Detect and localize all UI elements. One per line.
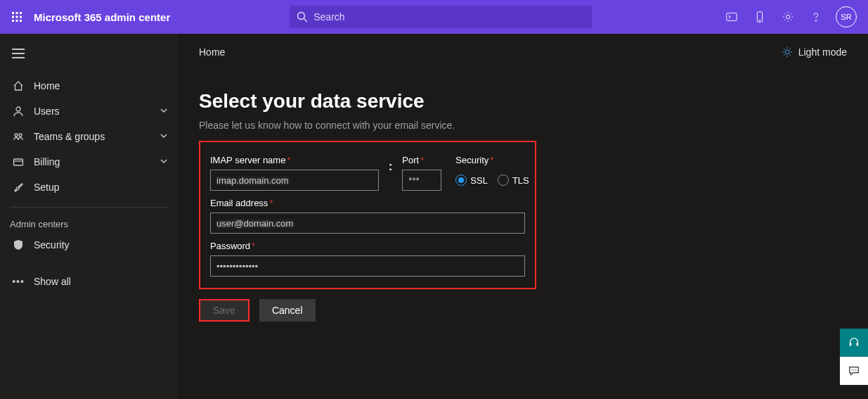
svg-rect-1 [16,12,18,14]
svg-rect-31 [857,343,859,346]
home-icon [10,80,27,91]
svg-point-33 [853,369,854,370]
chevron-down-icon [160,131,168,142]
sidebar-item-label: Users [34,106,60,117]
shell-icon[interactable] [718,0,746,34]
svg-point-32 [852,369,853,370]
svg-point-14 [786,15,789,18]
svg-point-18 [19,134,22,137]
sidebar-item-users[interactable]: Users [0,99,178,124]
sidebar-item-label: Show all [34,276,71,287]
password-input[interactable] [210,255,525,277]
user-icon [10,106,27,117]
svg-point-13 [759,20,760,21]
sidebar-section-header: Admin centers [0,215,178,232]
svg-point-15 [815,20,816,21]
svg-line-29 [784,55,785,56]
help-icon[interactable] [802,0,830,34]
colon-separator: : [389,160,392,173]
page-title: Select your data service [199,90,847,113]
svg-rect-11 [727,13,737,21]
main-content: Home Light mode Select your data service… [178,34,868,399]
cancel-button[interactable]: Cancel [259,299,316,322]
feedback-chat-icon[interactable] [840,357,868,385]
svg-rect-3 [12,16,14,18]
email-input[interactable] [210,213,525,234]
setup-icon [10,182,27,193]
chevron-down-icon [160,156,168,167]
svg-rect-30 [850,343,852,346]
search-input[interactable] [313,11,585,23]
email-label: Email address* [210,198,525,208]
breadcrumb[interactable]: Home [199,46,847,58]
light-mode-toggle[interactable]: Light mode [782,46,847,58]
port-input[interactable] [402,170,441,191]
brand-title: Microsoft 365 admin center [34,11,170,23]
imap-label: IMAP server name* [210,155,379,165]
sidebar-item-billing[interactable]: Billing [0,149,178,175]
mobile-icon[interactable] [746,0,774,34]
sidebar-item-security[interactable]: Security [0,232,178,258]
svg-point-9 [298,13,305,20]
imap-input[interactable] [210,170,379,191]
svg-point-16 [16,107,20,111]
light-mode-label: Light mode [798,46,847,58]
billing-icon [10,156,27,167]
security-label: Security* [455,155,529,165]
svg-rect-4 [16,16,18,18]
svg-point-17 [15,134,18,137]
radio-tls[interactable]: TLS [498,175,529,186]
chevron-down-icon [160,106,168,117]
sidebar-item-label: Home [34,80,60,91]
sidebar-item-label: Billing [34,156,60,167]
form-highlight-box: IMAP server name* : Port* Security* SSL [199,141,536,289]
svg-line-10 [304,19,308,23]
radio-ssl[interactable]: SSL [455,175,488,186]
menu-toggle-icon[interactable] [4,41,32,66]
svg-rect-0 [12,12,14,14]
top-bar: Microsoft 365 admin center SR [0,0,868,34]
sidebar-item-show-all[interactable]: ••• Show all [0,269,178,294]
settings-icon[interactable] [774,0,802,34]
sidebar-item-setup[interactable]: Setup [0,175,178,200]
svg-rect-19 [14,159,23,165]
sidebar: Home Users Teams & groups Billing Setup … [0,34,178,399]
svg-rect-6 [12,20,14,22]
sun-icon [782,46,793,58]
app-launcher-icon[interactable] [6,6,28,28]
svg-rect-7 [16,20,18,22]
svg-rect-8 [20,20,22,22]
ellipsis-icon: ••• [10,276,27,287]
sidebar-item-home[interactable]: Home [0,73,178,99]
floating-actions [840,329,868,385]
svg-point-21 [785,50,789,54]
search-icon [297,11,308,23]
svg-rect-5 [20,16,22,18]
sidebar-item-label: Setup [34,182,60,193]
divider [10,207,168,208]
support-headset-icon[interactable] [840,329,868,357]
page-subtitle: Please let us know how to connect with y… [199,120,847,131]
user-avatar[interactable]: SR [836,6,857,27]
svg-line-28 [789,49,791,50]
svg-rect-2 [20,12,22,14]
svg-point-34 [855,369,856,370]
svg-line-27 [789,55,791,56]
password-label: Password* [210,241,525,251]
search-box[interactable] [290,6,592,28]
svg-line-26 [784,49,785,50]
sidebar-item-teams[interactable]: Teams & groups [0,124,178,149]
shield-icon [10,239,27,251]
teams-icon [10,131,27,142]
sidebar-item-label: Teams & groups [34,131,105,142]
sidebar-item-label: Security [34,239,70,251]
save-button[interactable]: Save [199,299,250,322]
port-label: Port* [402,155,441,165]
